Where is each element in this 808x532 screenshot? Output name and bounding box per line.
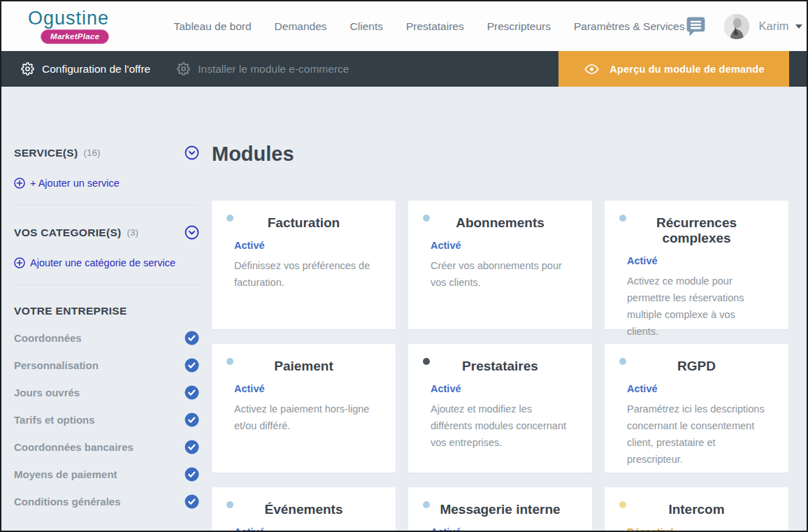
services-section-header: SERVICE(S) (16) — [14, 145, 199, 160]
module-card-messagerie-interne[interactable]: Messagerie interne Activé — [408, 487, 592, 531]
sidebar-item-moyens-paiement[interactable]: Moyens de paiement — [14, 467, 199, 481]
company-title: VOTRE ENTREPRISE — [14, 305, 127, 317]
services-count: (16) — [83, 148, 100, 158]
brand-name: Ogustine — [28, 9, 109, 28]
module-description: Activez ce module pour permettre les rés… — [627, 273, 766, 340]
subnav-label: Installer le module e-commerce — [198, 63, 349, 76]
top-header: Ogustine MarketPlace Tableau de bord Dem… — [1, 1, 807, 51]
module-status-dot — [619, 358, 626, 365]
brand-badge: MarketPlace — [41, 29, 109, 44]
module-status[interactable]: Désactivé — [627, 526, 766, 531]
chevron-down-icon[interactable] — [795, 24, 802, 29]
subnav-label: Configuration de l'offre — [42, 63, 150, 76]
module-title: Abonnements — [431, 215, 570, 231]
subnav-item-module-ecommerce[interactable]: Installer le module e-commerce — [177, 62, 349, 76]
content-area: SERVICE(S) (16) + Ajouter un service VOS… — [1, 87, 807, 531]
module-status[interactable]: Activé — [627, 383, 766, 394]
module-title: Événements — [234, 502, 373, 517]
module-title: Prestataires — [431, 359, 570, 374]
module-status-dot — [619, 215, 626, 222]
nav-demandes[interactable]: Demandes — [275, 20, 327, 33]
nav-parametres-services[interactable]: Paramètres & Services — [574, 20, 685, 33]
module-status-dot — [423, 358, 430, 365]
add-category-label: Ajouter une catégorie de service — [30, 257, 175, 268]
module-description: Définissez vos préférences de facturatio… — [234, 257, 373, 291]
module-card-intercom[interactable]: Intercom Désactivé — [605, 487, 788, 531]
check-circle-icon — [185, 440, 199, 454]
module-title: Intercom — [627, 502, 766, 517]
gear-icon — [177, 62, 190, 76]
preview-module-button[interactable]: Aperçu du module de demande — [558, 51, 789, 87]
module-status-dot — [423, 215, 430, 222]
module-description: Paramétrez ici les descriptions concerna… — [627, 401, 766, 468]
categories-count: (3) — [127, 227, 139, 238]
module-title: Récurrences complexes — [627, 215, 766, 246]
module-title: Paiement — [234, 359, 373, 374]
module-status[interactable]: Activé — [431, 383, 570, 394]
module-status-dot — [226, 358, 233, 365]
avatar[interactable] — [724, 14, 749, 39]
page-title: Modules — [212, 143, 788, 166]
company-section-header: VOTRE ENTREPRISE — [14, 305, 199, 317]
sidebar: SERVICE(S) (16) + Ajouter un service VOS… — [14, 87, 199, 531]
module-status-dot — [226, 501, 233, 508]
categories-title: VOS CATEGORIE(S) — [14, 227, 122, 239]
module-card-prestataires[interactable]: Prestataires Activé Ajoutez et modifiez … — [408, 344, 592, 473]
module-status[interactable]: Activé — [431, 240, 570, 251]
sidebar-divider — [14, 205, 199, 206]
module-status-dot — [619, 501, 626, 508]
main-panel: Modules Facturation Activé Définissez vo… — [212, 87, 788, 531]
check-circle-icon — [185, 412, 199, 427]
collapse-categories-icon[interactable] — [185, 225, 199, 240]
module-card-facturation[interactable]: Facturation Activé Définissez vos préfér… — [212, 201, 396, 329]
modules-grid: Facturation Activé Définissez vos préfér… — [212, 201, 788, 531]
module-status[interactable]: Activé — [431, 526, 570, 531]
user-name[interactable]: Karim — [758, 20, 788, 33]
module-status[interactable]: Activé — [234, 526, 373, 531]
nav-prestataires[interactable]: Prestataires — [406, 20, 464, 33]
module-description: Ajoutez et modifiez les différents modul… — [431, 401, 570, 451]
subnav-bar: Configuration de l'offre Installer le mo… — [1, 51, 807, 87]
module-card-abonnements[interactable]: Abonnements Activé Créer vos abonnements… — [408, 201, 592, 329]
subnav-item-configuration-offre[interactable]: Configuration de l'offre — [21, 62, 150, 76]
nav-prescripteurs[interactable]: Prescripteurs — [487, 20, 551, 33]
sidebar-item-tarifs-options[interactable]: Tarifs et options — [14, 412, 199, 426]
module-card-paiement[interactable]: Paiement Activé Activez le paiement hors… — [212, 344, 396, 473]
module-title: Facturation — [234, 215, 373, 231]
module-status[interactable]: Activé — [234, 383, 373, 394]
add-service-label: + Ajouter un service — [30, 178, 120, 189]
module-card-evenements[interactable]: Événements Activé — [212, 487, 396, 531]
module-status[interactable]: Activé — [627, 255, 766, 266]
module-card-recurrences-complexes[interactable]: Récurrences complexes Activé Activez ce … — [605, 201, 788, 329]
sidebar-item-personnalisation[interactable]: Personnalisation — [14, 358, 199, 372]
messages-icon[interactable] — [684, 15, 707, 37]
nav-clients[interactable]: Clients — [350, 20, 383, 33]
plus-circle-icon — [14, 257, 25, 268]
module-card-rgpd[interactable]: RGPD Activé Paramétrez ici les descripti… — [605, 344, 788, 473]
check-circle-icon — [185, 494, 199, 509]
brand-logo[interactable]: Ogustine MarketPlace — [28, 9, 109, 44]
sidebar-item-conditions-generales[interactable]: Conditions générales — [14, 494, 199, 508]
sidebar-divider — [14, 285, 199, 285]
check-circle-icon — [185, 467, 199, 482]
main-nav: Tableau de bord Demandes Clients Prestat… — [173, 20, 684, 33]
check-circle-icon — [185, 358, 199, 373]
module-status[interactable]: Activé — [234, 240, 373, 251]
services-title: SERVICE(S) — [14, 147, 78, 159]
preview-button-label: Aperçu du module de demande — [609, 64, 764, 75]
nav-tableau-de-bord[interactable]: Tableau de bord — [173, 20, 251, 33]
check-circle-icon — [185, 385, 199, 400]
header-right: Karim — [684, 14, 802, 39]
sidebar-item-jours-ouvres[interactable]: Jours ouvrés — [14, 385, 199, 399]
gear-icon — [21, 62, 34, 76]
check-circle-icon — [185, 331, 199, 345]
module-title: Messagerie interne — [431, 502, 570, 517]
module-status-dot — [226, 215, 233, 222]
sidebar-item-coordonnees-bancaires[interactable]: Coordonnées bancaires — [14, 440, 199, 454]
app-window: Ogustine MarketPlace Tableau de bord Dem… — [0, 0, 808, 532]
module-description: Activez le paiement hors-ligne et/ou dif… — [234, 401, 373, 434]
add-category-link[interactable]: Ajouter une catégorie de service — [14, 257, 199, 268]
sidebar-item-coordonnees[interactable]: Coordonnées — [14, 331, 199, 345]
add-service-link[interactable]: + Ajouter un service — [14, 178, 199, 189]
collapse-services-icon[interactable] — [185, 145, 199, 160]
